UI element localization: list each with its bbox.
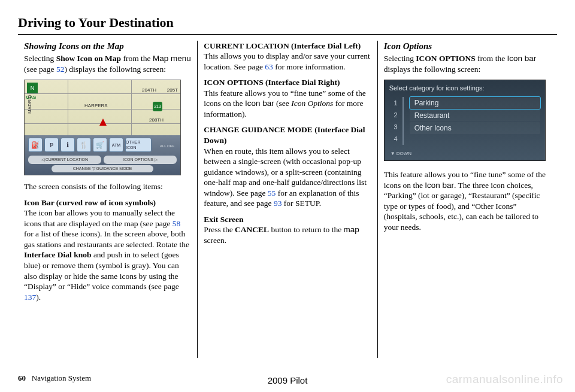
page-link[interactable]: 58 — [172, 219, 181, 228]
model-label: 2009 Pilot — [0, 375, 575, 387]
content-columns: Showing Icons on the Map Selecting Show … — [18, 41, 557, 358]
label: CURRENT LOCATION — [46, 157, 88, 162]
text: Selecting — [24, 54, 56, 63]
text: displays the following screen: — [384, 65, 481, 74]
heading: ICON OPTIONS (Interface Dial Right) — [204, 78, 340, 87]
text-sans: Icon bar — [425, 181, 454, 190]
column-3: Icon Options Selecting ICON OPTIONS from… — [377, 41, 557, 358]
text: for a list of these icons). In the scree… — [24, 229, 189, 249]
map-road — [25, 93, 180, 94]
vehicle-arrow-icon — [99, 118, 107, 126]
icon-row: ⛽ P ℹ 🍴 🛒 ATM OTHER ICON — [28, 138, 177, 153]
pill-row: ◁ CURRENT LOCATION ICON OPTIONS ▷ — [28, 156, 177, 164]
gas-icon[interactable]: ⛽ — [28, 138, 43, 152]
street-label: 208TH — [149, 117, 164, 123]
text-bold: Show Icon on Map — [56, 54, 121, 63]
text: for more information. — [273, 62, 346, 71]
option-parking[interactable]: Parking — [410, 97, 540, 109]
page-link[interactable]: 52 — [56, 65, 65, 74]
screen2-body: 1 2 3 4 Parking Restaurant Other Icons — [385, 97, 545, 145]
heading: CHANGE GUIDANCE MODE (Interface Dial Dow… — [204, 125, 365, 145]
street-label: MADRID — [27, 95, 33, 114]
highway-shield: 213 — [153, 102, 162, 111]
map-screenshot: N GAS 204TH 205T HARPERS 208TH MADRID 21… — [24, 80, 181, 175]
option-other-icons[interactable]: Other Icons — [410, 122, 540, 134]
col1-subhead: Showing Icons on the Map — [24, 41, 191, 53]
label: ICON OPTIONS — [123, 157, 153, 162]
text: screen. — [204, 236, 226, 245]
col1-after-img: The screen consists of the following ite… — [24, 181, 191, 192]
text: ). — [36, 293, 41, 302]
text: (see — [274, 99, 291, 108]
heading: CURRENT LOCATION (Interface Dial Left) — [204, 41, 361, 50]
iconbar-section: Icon Bar (curved row of icon symbols) Th… — [24, 197, 191, 302]
icon-options-section: ICON OPTIONS (Interface Dial Right) This… — [204, 77, 371, 119]
shopping-icon[interactable]: 🛒 — [93, 138, 107, 152]
number-column: 1 2 3 4 — [389, 97, 404, 145]
text-bold: ICON OPTIONS — [416, 54, 475, 63]
text: Press the — [204, 225, 235, 234]
change-guidance-section: CHANGE GUIDANCE MODE (Interface Dial Dow… — [204, 124, 371, 208]
info-icon[interactable]: ℹ — [60, 138, 75, 152]
icon-bar: ⛽ P ℹ 🍴 🛒 ATM OTHER ICON ALL OFF ◁ CURRE… — [25, 135, 180, 175]
text: for SETUP. — [282, 199, 321, 208]
all-off-label[interactable]: ALL OFF — [156, 144, 178, 148]
column-2: CURRENT LOCATION (Interface Dial Left) T… — [197, 41, 377, 358]
iconbar-head: Icon Bar (curved row of icon symbols) — [24, 198, 156, 207]
heading: Exit Screen — [204, 215, 243, 224]
text: ) displays the following screen: — [64, 65, 165, 74]
col1-intro: Selecting Show Icon on Map from the Map … — [24, 53, 191, 74]
map-road — [68, 80, 68, 139]
text: from the — [121, 54, 153, 63]
parking-icon[interactable]: P — [44, 138, 59, 152]
compass-icon: N — [27, 83, 38, 93]
horizontal-rule — [18, 34, 557, 35]
label: DOWN — [397, 151, 411, 156]
text-sans: map — [344, 225, 359, 234]
street-label: HARPERS — [84, 103, 108, 109]
page-link[interactable]: 55 — [268, 189, 276, 197]
text: button to return to the — [269, 225, 343, 234]
street-label: 205T — [167, 87, 178, 93]
text: Selecting — [384, 54, 416, 63]
text-sans: Icon bar — [507, 54, 537, 63]
col3-intro: Selecting ICON OPTIONS from the Icon bar… — [384, 53, 551, 74]
row-number: 2 — [389, 109, 404, 121]
down-label: ▼ DOWN — [391, 151, 411, 157]
page-link[interactable]: 63 — [265, 62, 273, 71]
screen2-title: Select category for icon settings: — [385, 80, 545, 97]
page-link[interactable]: 137 — [24, 293, 36, 302]
map-road — [131, 80, 132, 139]
text-bold: Interface Dial knob — [24, 250, 92, 259]
row-number: 4 — [389, 133, 404, 145]
text-sans: Map menu — [153, 54, 191, 63]
row-number: 1 — [389, 97, 404, 109]
col3-subhead: Icon Options — [384, 41, 551, 53]
icon-options-button[interactable]: ICON OPTIONS ▷ — [104, 156, 177, 164]
column-1: Showing Icons on the Map Selecting Show … — [18, 41, 197, 358]
current-location-button[interactable]: ◁ CURRENT LOCATION — [28, 156, 101, 164]
restaurant-icon[interactable]: 🍴 — [77, 138, 91, 152]
current-location-section: CURRENT LOCATION (Interface Dial Left) T… — [204, 41, 371, 72]
option-restaurant[interactable]: Restaurant — [410, 110, 540, 121]
text: from the — [476, 54, 507, 63]
text: (see page — [24, 65, 56, 74]
text: The icon bar allows you to manually sele… — [24, 208, 175, 228]
atm-icon[interactable]: ATM — [109, 138, 123, 152]
text-bold: CANCEL — [235, 225, 269, 234]
row-number: 3 — [389, 121, 404, 133]
option-column: Parking Restaurant Other Icons — [410, 97, 540, 145]
icon-options-screenshot: Select category for icon settings: 1 2 3… — [384, 80, 546, 161]
col3-body: This feature allows you to “fine tune” s… — [384, 169, 551, 232]
text-sans: Icon bar — [245, 99, 274, 108]
page-link[interactable]: 93 — [274, 199, 282, 208]
street-label: 204TH — [142, 87, 156, 93]
page-title: Driving to Your Destination — [18, 14, 557, 32]
change-guidance-button[interactable]: CHANGE ▽ GUIDANCE MODE — [52, 165, 153, 172]
other-icon-button[interactable]: OTHER ICON — [125, 138, 152, 152]
text-italic: Icon Options — [291, 99, 333, 108]
exit-screen-section: Exit Screen Press the CANCEL button to r… — [204, 214, 371, 246]
